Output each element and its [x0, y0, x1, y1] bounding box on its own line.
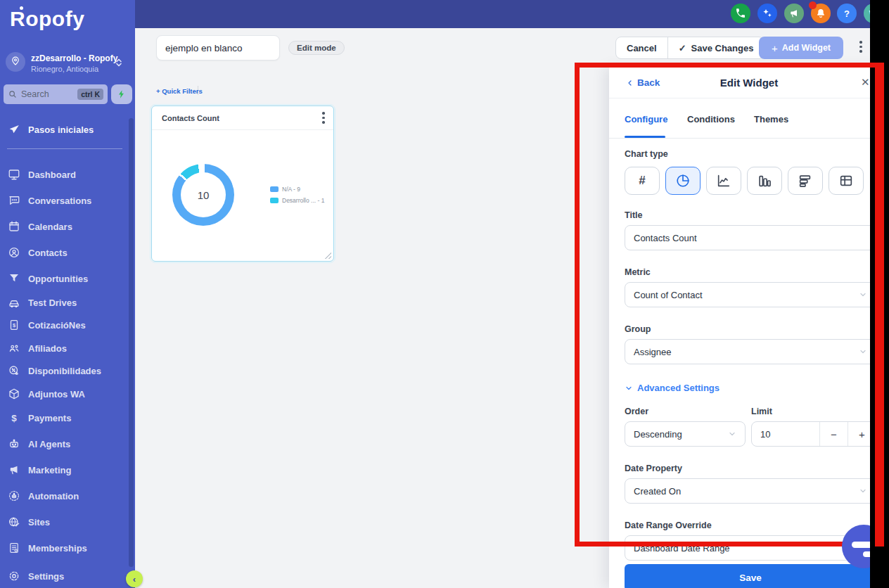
sidebar-item-cotizaciones[interactable]: $ CotizacióNes	[0, 317, 129, 333]
widget-kebab-menu[interactable]	[322, 112, 325, 124]
sidebar-divider	[7, 148, 122, 149]
quick-action-button[interactable]	[111, 84, 132, 104]
sidebar-item-ai-agents[interactable]: AI Agents	[0, 435, 129, 452]
quote-document-icon: $	[0, 319, 28, 331]
metric-select[interactable]: Count of Contact	[625, 282, 876, 307]
limit-decrement-button[interactable]: −	[819, 422, 848, 446]
bar-chart-icon	[757, 173, 772, 188]
help-button[interactable]: ?	[837, 4, 857, 23]
contacts-count-widget[interactable]: Contacts Count 10 N/A - 9 Desarrollo ...…	[151, 106, 334, 262]
plus-icon: +	[772, 42, 778, 54]
question-mark-icon: ?	[844, 8, 850, 19]
brand-logo-dot	[20, 6, 23, 10]
funnel-icon	[0, 272, 28, 285]
search-shortcut-badge: ctrl K	[77, 89, 103, 100]
date-range-override-select[interactable]: Dashboard Date Range	[625, 535, 876, 561]
sidebar-item-memberships[interactable]: Memberships	[0, 539, 129, 556]
save-changes-button[interactable]: ✓ Save Changes	[667, 37, 765, 58]
paper-plane-icon	[0, 123, 28, 136]
dashboard-name-input[interactable]	[156, 35, 280, 60]
horizontal-bar-chart-icon	[798, 173, 813, 188]
save-button[interactable]: Save	[625, 564, 876, 588]
order-select[interactable]: Descending	[625, 421, 746, 447]
sidebar-item-label: Pasos iniciales	[28, 124, 94, 135]
annotation-rectangle-right	[875, 63, 884, 547]
dollar-icon: $	[0, 411, 28, 424]
legend-item: N/A - 9	[270, 185, 300, 193]
phone-button[interactable]	[731, 4, 750, 23]
sparkles-icon	[762, 8, 773, 19]
order-label: Order	[625, 407, 648, 416]
sidebar-item-dashboard[interactable]: Dashboard	[0, 166, 129, 183]
edit-widget-panel: Back Edit Widget ✕ Configure Conditions …	[609, 68, 889, 588]
cube-icon	[0, 388, 28, 400]
announcements-button[interactable]	[784, 4, 804, 23]
phone-icon	[735, 8, 746, 19]
globe-pen-icon	[0, 516, 28, 528]
cancel-button[interactable]: Cancel	[616, 37, 667, 58]
gear-icon	[0, 570, 28, 582]
chevron-left-icon: ‹	[133, 574, 136, 584]
sidebar-item-test-drives[interactable]: Test Drives	[0, 294, 129, 311]
group-label: Group	[625, 324, 651, 334]
sidebar-item-marketing[interactable]: Marketing	[0, 461, 129, 478]
chart-type-table-button[interactable]	[829, 167, 864, 195]
chart-type-line-button[interactable]	[706, 167, 741, 195]
group-select[interactable]: Assignee	[625, 339, 876, 364]
dashboard-icon	[0, 168, 28, 181]
pie-chart-icon	[675, 173, 691, 188]
sidebar-item-conversations[interactable]: Conversations	[0, 192, 129, 209]
advanced-settings-toggle[interactable]: Advanced Settings	[625, 383, 719, 393]
tab-configure[interactable]: Configure	[625, 114, 667, 124]
quick-filters-link[interactable]: + Quick Filters	[156, 87, 203, 95]
chart-type-horizontal-bar-button[interactable]	[788, 167, 823, 195]
sidebar-item-calendars[interactable]: Calendars	[0, 218, 129, 235]
sidebar-item-payments[interactable]: $ Payments	[0, 409, 129, 426]
sidebar-item-sites[interactable]: Sites	[0, 513, 129, 530]
sidebar-item-pasos-iniciales[interactable]: Pasos iniciales	[0, 120, 129, 139]
chevron-down-icon	[728, 430, 736, 438]
date-property-select[interactable]: Created On	[625, 478, 876, 504]
sidebar-item-opportunities[interactable]: Opportunities	[0, 270, 129, 287]
sidebar-item-settings[interactable]: Settings	[0, 568, 129, 584]
metric-label: Metric	[625, 267, 651, 277]
chart-type-bar-button[interactable]	[747, 167, 782, 195]
donut-total: 10	[181, 172, 226, 217]
add-widget-button[interactable]: + Add Widget	[759, 37, 843, 59]
annotation-rectangle-top	[575, 63, 884, 68]
widget-resize-handle[interactable]	[324, 251, 331, 259]
sidebar-scrollbar[interactable]	[129, 118, 134, 567]
widget-header: Contacts Count	[152, 106, 333, 130]
chevron-down-icon	[859, 487, 867, 495]
chevron-up-down-icon[interactable]	[113, 56, 125, 69]
robot-icon	[0, 437, 28, 450]
account-avatar[interactable]	[6, 52, 25, 72]
sparkles-button[interactable]	[757, 4, 777, 23]
sidebar-item-adjuntos-wa[interactable]: Adjuntos WA	[0, 385, 129, 402]
close-icon[interactable]: ✕	[861, 76, 870, 89]
sidebar-item-afiliados[interactable]: Afiliados	[0, 340, 129, 357]
sidebar-collapse-button[interactable]: ‹	[126, 570, 143, 587]
svg-text:$: $	[11, 413, 17, 423]
title-input[interactable]	[625, 225, 876, 250]
search-input[interactable]: Search ctrl K	[4, 84, 108, 104]
sidebar-item-automation[interactable]: Automation	[0, 487, 129, 504]
chart-type-pie-button[interactable]	[665, 167, 701, 195]
tab-themes[interactable]: Themes	[754, 114, 788, 124]
car-icon	[0, 296, 28, 309]
toolbar-kebab-menu[interactable]	[859, 41, 862, 53]
sidebar: Ropofy zzDesarrollo - Ropofy Rionegro, A…	[0, 0, 135, 588]
sidebar-item-disponibilidades[interactable]: Disponibilidades	[0, 362, 129, 379]
limit-stepper: 10 − +	[751, 421, 876, 447]
limit-value[interactable]: 10	[752, 429, 819, 440]
limit-label: Limit	[751, 407, 772, 416]
legend-item: Desarrollo ... - 1	[270, 196, 324, 205]
automation-bot-icon	[0, 490, 28, 502]
search-placeholder: Search	[21, 89, 74, 99]
tab-conditions[interactable]: Conditions	[687, 114, 735, 124]
people-icon	[0, 342, 28, 354]
chart-type-number-button[interactable]: #	[625, 167, 660, 195]
chevron-down-icon	[625, 384, 633, 392]
sidebar-item-contacts[interactable]: Contacts	[0, 244, 129, 261]
calendar-icon	[0, 220, 28, 233]
